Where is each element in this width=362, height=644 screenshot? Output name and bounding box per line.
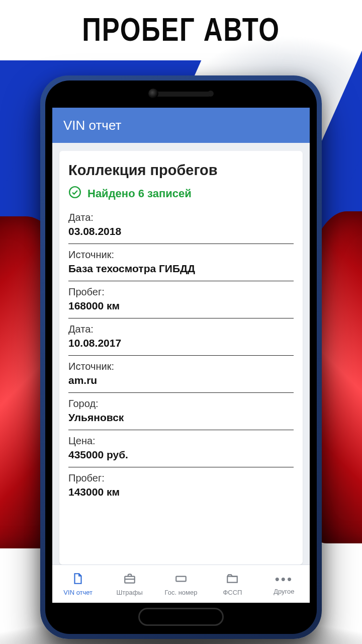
kv-value: 435000 руб. bbox=[68, 449, 294, 461]
kv-label: Источник: bbox=[68, 361, 294, 372]
promo-title: ПРОБЕГ АВТО bbox=[33, 11, 329, 48]
kv-value: 03.08.2018 bbox=[68, 225, 294, 237]
phone-sensor bbox=[208, 91, 214, 97]
kv-label: Дата: bbox=[68, 324, 294, 335]
kv-label: Цена: bbox=[68, 435, 294, 447]
tab-fines[interactable]: Штрафы bbox=[104, 565, 155, 603]
content-area[interactable]: Коллекция пробегов Найдено 6 записей Дат… bbox=[52, 143, 310, 565]
more-icon: ••• bbox=[275, 573, 293, 586]
list-item: Цена: 435000 руб. bbox=[68, 430, 294, 467]
status-row: Найдено 6 записей bbox=[68, 186, 294, 202]
phone-frame: VIN отчет Коллекция пробегов Найдено 6 з… bbox=[40, 75, 322, 639]
list-item: Город: Ульяновск bbox=[68, 393, 294, 430]
kv-value: 143000 км bbox=[68, 486, 294, 498]
bottom-tab-bar: VIN отчет Штрафы Г bbox=[52, 565, 310, 603]
kv-value: Ульяновск bbox=[68, 412, 294, 424]
list-item: Дата: 03.08.2018 bbox=[68, 207, 294, 244]
kv-label: Дата: bbox=[68, 212, 294, 223]
list-item: Источник: am.ru bbox=[68, 356, 294, 393]
tab-label: Штрафы bbox=[116, 589, 142, 596]
tab-label: ФССП bbox=[223, 589, 242, 596]
phone-home-button[interactable] bbox=[138, 608, 224, 626]
app-screen: VIN отчет Коллекция пробегов Найдено 6 з… bbox=[52, 108, 310, 603]
svg-point-0 bbox=[69, 187, 80, 198]
kv-label: Город: bbox=[68, 398, 294, 410]
kv-value: 168000 км bbox=[68, 300, 294, 312]
kv-label: Пробег: bbox=[68, 472, 294, 484]
tab-label: Гос. номер bbox=[165, 589, 198, 596]
phone-camera bbox=[148, 89, 158, 99]
app-bar-title: VIN отчет bbox=[63, 118, 121, 133]
kv-value: База техосмотра ГИБДД bbox=[68, 263, 294, 275]
svg-rect-2 bbox=[176, 576, 186, 581]
kv-label: Пробег: bbox=[68, 286, 294, 298]
tab-vin-report[interactable]: VIN отчет bbox=[52, 565, 104, 603]
mileage-card: Коллекция пробегов Найдено 6 записей Дат… bbox=[59, 151, 303, 565]
kv-value: 10.08.2017 bbox=[68, 337, 294, 349]
tab-other[interactable]: ••• Другое bbox=[258, 565, 310, 603]
briefcase-icon bbox=[122, 572, 137, 587]
list-item: Пробег: 168000 км bbox=[68, 281, 294, 318]
section-title: Коллекция пробегов bbox=[68, 162, 294, 179]
kv-label: Источник: bbox=[68, 249, 294, 261]
app-bar: VIN отчет bbox=[52, 108, 310, 143]
plate-icon bbox=[173, 572, 189, 587]
folder-icon bbox=[225, 572, 240, 587]
phone-speaker bbox=[151, 92, 211, 97]
document-icon bbox=[70, 572, 85, 587]
kv-list: Дата: 03.08.2018 Источник: База техосмот… bbox=[68, 207, 294, 504]
tab-label: Другое bbox=[274, 588, 294, 595]
list-item: Источник: База техосмотра ГИБДД bbox=[68, 244, 294, 281]
check-circle-icon bbox=[68, 186, 81, 202]
tab-label: VIN отчет bbox=[63, 589, 93, 596]
status-text: Найдено 6 записей bbox=[87, 187, 192, 200]
tab-plate[interactable]: Гос. номер bbox=[155, 565, 207, 603]
list-item: Дата: 10.08.2017 bbox=[68, 318, 294, 356]
list-item: Пробег: 143000 км bbox=[68, 467, 294, 504]
tab-fssp[interactable]: ФССП bbox=[207, 565, 258, 603]
kv-value: am.ru bbox=[68, 374, 294, 386]
